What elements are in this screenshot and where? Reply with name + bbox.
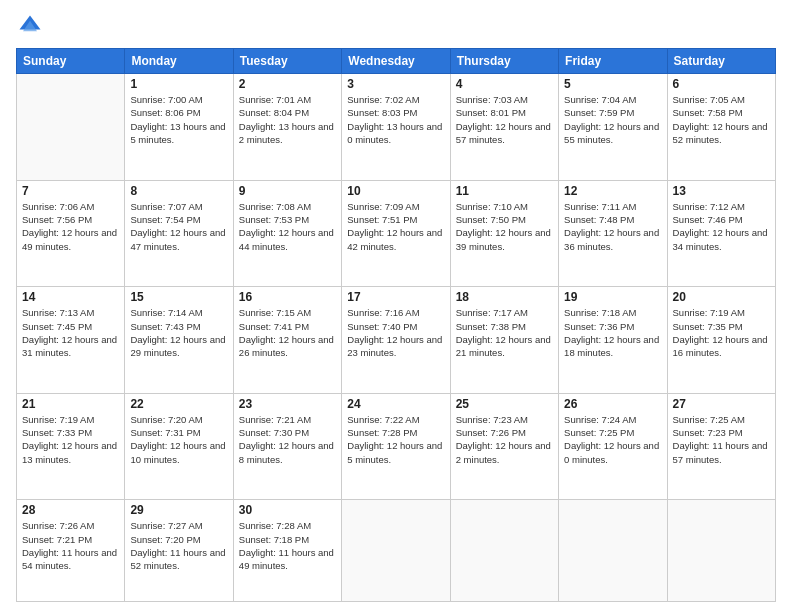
calendar-cell: 7Sunrise: 7:06 AMSunset: 7:56 PMDaylight… [17,180,125,287]
calendar-week-row: 21Sunrise: 7:19 AMSunset: 7:33 PMDayligh… [17,393,776,500]
day-info: Sunrise: 7:08 AMSunset: 7:53 PMDaylight:… [239,200,336,253]
sunrise-time: Sunrise: 7:11 AM [564,200,661,213]
day-info: Sunrise: 7:22 AMSunset: 7:28 PMDaylight:… [347,413,444,466]
sunrise-time: Sunrise: 7:00 AM [130,93,227,106]
calendar-cell: 9Sunrise: 7:08 AMSunset: 7:53 PMDaylight… [233,180,341,287]
sunset-time: Sunset: 7:21 PM [22,533,119,546]
sunset-time: Sunset: 7:48 PM [564,213,661,226]
sunset-time: Sunset: 8:04 PM [239,106,336,119]
day-info: Sunrise: 7:17 AMSunset: 7:38 PMDaylight:… [456,306,553,359]
sunrise-time: Sunrise: 7:13 AM [22,306,119,319]
sunrise-time: Sunrise: 7:25 AM [673,413,770,426]
day-number: 11 [456,184,553,198]
sunset-time: Sunset: 8:06 PM [130,106,227,119]
calendar-cell: 5Sunrise: 7:04 AMSunset: 7:59 PMDaylight… [559,74,667,181]
sunset-time: Sunset: 8:03 PM [347,106,444,119]
day-number: 2 [239,77,336,91]
day-info: Sunrise: 7:25 AMSunset: 7:23 PMDaylight:… [673,413,770,466]
sunrise-time: Sunrise: 7:10 AM [456,200,553,213]
column-header-saturday: Saturday [667,49,775,74]
day-info: Sunrise: 7:19 AMSunset: 7:33 PMDaylight:… [22,413,119,466]
day-number: 19 [564,290,661,304]
sunset-time: Sunset: 7:51 PM [347,213,444,226]
sunrise-time: Sunrise: 7:27 AM [130,519,227,532]
day-number: 9 [239,184,336,198]
day-number: 21 [22,397,119,411]
daylight-hours: Daylight: 12 hours and 31 minutes. [22,333,119,360]
day-info: Sunrise: 7:19 AMSunset: 7:35 PMDaylight:… [673,306,770,359]
daylight-hours: Daylight: 12 hours and 23 minutes. [347,333,444,360]
calendar-cell: 25Sunrise: 7:23 AMSunset: 7:26 PMDayligh… [450,393,558,500]
sunrise-time: Sunrise: 7:28 AM [239,519,336,532]
calendar-cell [667,500,775,602]
calendar-cell: 14Sunrise: 7:13 AMSunset: 7:45 PMDayligh… [17,287,125,394]
day-number: 23 [239,397,336,411]
sunset-time: Sunset: 7:25 PM [564,426,661,439]
daylight-hours: Daylight: 12 hours and 10 minutes. [130,439,227,466]
day-number: 7 [22,184,119,198]
sunrise-time: Sunrise: 7:05 AM [673,93,770,106]
calendar-cell: 3Sunrise: 7:02 AMSunset: 8:03 PMDaylight… [342,74,450,181]
day-number: 27 [673,397,770,411]
sunrise-time: Sunrise: 7:02 AM [347,93,444,106]
day-number: 20 [673,290,770,304]
calendar-cell: 28Sunrise: 7:26 AMSunset: 7:21 PMDayligh… [17,500,125,602]
daylight-hours: Daylight: 12 hours and 2 minutes. [456,439,553,466]
daylight-hours: Daylight: 12 hours and 47 minutes. [130,226,227,253]
calendar-cell: 30Sunrise: 7:28 AMSunset: 7:18 PMDayligh… [233,500,341,602]
day-info: Sunrise: 7:28 AMSunset: 7:18 PMDaylight:… [239,519,336,572]
sunset-time: Sunset: 7:41 PM [239,320,336,333]
daylight-hours: Daylight: 13 hours and 2 minutes. [239,120,336,147]
column-header-friday: Friday [559,49,667,74]
calendar-cell: 16Sunrise: 7:15 AMSunset: 7:41 PMDayligh… [233,287,341,394]
sunset-time: Sunset: 7:26 PM [456,426,553,439]
day-number: 5 [564,77,661,91]
sunrise-time: Sunrise: 7:17 AM [456,306,553,319]
page: SundayMondayTuesdayWednesdayThursdayFrid… [0,0,792,612]
sunset-time: Sunset: 7:30 PM [239,426,336,439]
day-info: Sunrise: 7:13 AMSunset: 7:45 PMDaylight:… [22,306,119,359]
calendar-cell: 26Sunrise: 7:24 AMSunset: 7:25 PMDayligh… [559,393,667,500]
calendar-cell: 8Sunrise: 7:07 AMSunset: 7:54 PMDaylight… [125,180,233,287]
daylight-hours: Daylight: 12 hours and 5 minutes. [347,439,444,466]
sunrise-time: Sunrise: 7:04 AM [564,93,661,106]
logo [16,12,48,40]
sunrise-time: Sunrise: 7:23 AM [456,413,553,426]
daylight-hours: Daylight: 12 hours and 44 minutes. [239,226,336,253]
day-number: 10 [347,184,444,198]
calendar-cell: 27Sunrise: 7:25 AMSunset: 7:23 PMDayligh… [667,393,775,500]
calendar-cell: 2Sunrise: 7:01 AMSunset: 8:04 PMDaylight… [233,74,341,181]
calendar-cell: 1Sunrise: 7:00 AMSunset: 8:06 PMDaylight… [125,74,233,181]
day-number: 15 [130,290,227,304]
sunrise-time: Sunrise: 7:20 AM [130,413,227,426]
day-info: Sunrise: 7:00 AMSunset: 8:06 PMDaylight:… [130,93,227,146]
sunset-time: Sunset: 7:45 PM [22,320,119,333]
sunrise-time: Sunrise: 7:03 AM [456,93,553,106]
calendar-cell: 11Sunrise: 7:10 AMSunset: 7:50 PMDayligh… [450,180,558,287]
day-info: Sunrise: 7:04 AMSunset: 7:59 PMDaylight:… [564,93,661,146]
day-number: 25 [456,397,553,411]
day-info: Sunrise: 7:24 AMSunset: 7:25 PMDaylight:… [564,413,661,466]
day-number: 12 [564,184,661,198]
sunset-time: Sunset: 7:50 PM [456,213,553,226]
sunset-time: Sunset: 7:59 PM [564,106,661,119]
daylight-hours: Daylight: 13 hours and 0 minutes. [347,120,444,147]
sunrise-time: Sunrise: 7:24 AM [564,413,661,426]
calendar-table: SundayMondayTuesdayWednesdayThursdayFrid… [16,48,776,602]
daylight-hours: Daylight: 12 hours and 0 minutes. [564,439,661,466]
day-info: Sunrise: 7:16 AMSunset: 7:40 PMDaylight:… [347,306,444,359]
daylight-hours: Daylight: 11 hours and 57 minutes. [673,439,770,466]
day-number: 1 [130,77,227,91]
sunset-time: Sunset: 7:18 PM [239,533,336,546]
daylight-hours: Daylight: 12 hours and 26 minutes. [239,333,336,360]
calendar-header-row: SundayMondayTuesdayWednesdayThursdayFrid… [17,49,776,74]
day-info: Sunrise: 7:06 AMSunset: 7:56 PMDaylight:… [22,200,119,253]
day-info: Sunrise: 7:20 AMSunset: 7:31 PMDaylight:… [130,413,227,466]
calendar-cell: 23Sunrise: 7:21 AMSunset: 7:30 PMDayligh… [233,393,341,500]
day-info: Sunrise: 7:23 AMSunset: 7:26 PMDaylight:… [456,413,553,466]
calendar-week-row: 14Sunrise: 7:13 AMSunset: 7:45 PMDayligh… [17,287,776,394]
sunset-time: Sunset: 7:40 PM [347,320,444,333]
column-header-monday: Monday [125,49,233,74]
sunset-time: Sunset: 7:54 PM [130,213,227,226]
daylight-hours: Daylight: 12 hours and 16 minutes. [673,333,770,360]
